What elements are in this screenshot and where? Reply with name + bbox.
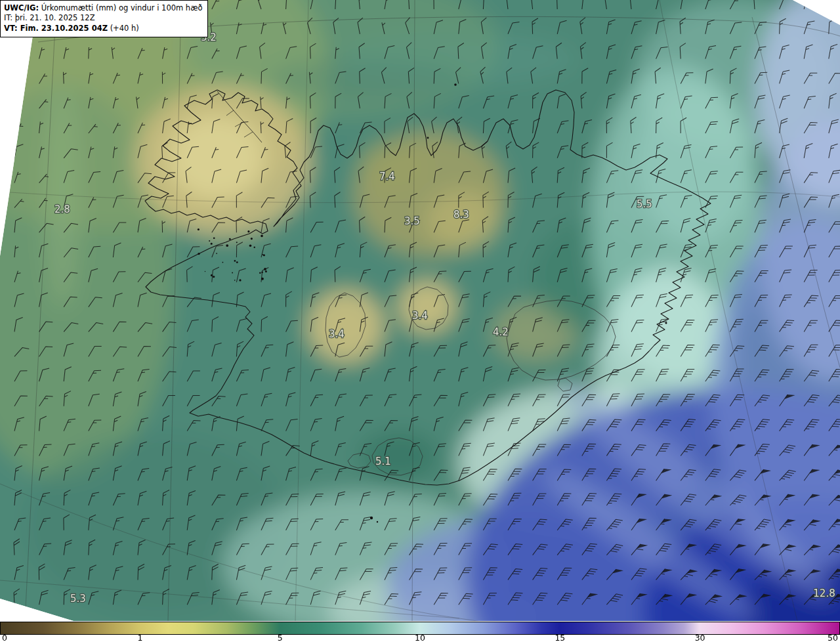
island-dot	[234, 280, 236, 281]
colorbar-tick-label: 15	[555, 634, 565, 642]
island-dot	[234, 260, 236, 262]
map-title-box: UWC/IG: Úrkomumætti (mm) og vindur i 100…	[0, 0, 208, 37]
precip-value-label: 5.1	[375, 456, 391, 467]
island-dot	[261, 235, 263, 238]
island-dot	[198, 253, 200, 255]
island-dot	[213, 276, 215, 278]
island-dot	[229, 238, 231, 240]
island-dot	[263, 254, 265, 256]
colorbar-tick-label: 10	[415, 634, 425, 642]
precip-value-label: 12.8	[813, 588, 835, 599]
island-dot	[226, 244, 228, 247]
colorbar: 01510153050	[0, 621, 840, 642]
valid-time-offset: (+40 h)	[110, 24, 139, 33]
island-dot	[249, 244, 252, 247]
product-description: Úrkomumætti (mm) og vindur i 100m hæð	[41, 3, 203, 12]
island-dot	[216, 253, 217, 254]
island-dot	[236, 261, 238, 263]
precip-value-label: 7.4	[379, 171, 395, 182]
title-line-valid-time: VT: Fim. 23.10.2025 04Z (+40 h)	[4, 24, 203, 33]
title-line-product: UWC/IG: Úrkomumætti (mm) og vindur i 100…	[4, 3, 203, 13]
colorbar-tick-label: 0	[2, 634, 7, 642]
precip-value-label: 8.3	[453, 209, 469, 221]
island-dot	[254, 247, 255, 248]
valid-time: VT: Fim. 23.10.2025 04Z	[4, 24, 108, 33]
island-dot	[262, 254, 264, 255]
island-dot	[198, 228, 200, 230]
island-dot	[259, 272, 261, 274]
precip-value-label: 3.4	[329, 328, 345, 340]
colorbar-tick-label: 5	[278, 634, 283, 642]
forecast-map: 3.22.87.43.58.35.53.43.44.25.15.312.8 UW…	[0, 0, 840, 621]
colorbar-tick-label: 1	[137, 634, 142, 642]
island-dot	[211, 243, 213, 245]
precip-value-label: 4.2	[493, 326, 509, 338]
island-dot	[247, 230, 249, 232]
island-dot	[232, 272, 233, 274]
precip-value-label: 3.4	[412, 310, 428, 322]
island-dot	[427, 137, 429, 139]
island-dot	[209, 240, 210, 242]
island-dot	[236, 242, 238, 243]
island-dot	[205, 271, 205, 272]
colorbar-tick-label: 30	[695, 634, 705, 642]
island-dot	[377, 521, 378, 523]
island-dot	[251, 238, 253, 240]
colorbar-ticks: 01510153050	[0, 634, 840, 642]
map-canvas: 3.22.87.43.58.35.53.43.44.25.15.312.8	[0, 0, 840, 621]
colorbar-tick-label: 50	[828, 634, 838, 642]
island-dot	[222, 262, 224, 263]
precip-value-label: 3.5	[404, 215, 420, 227]
precip-value-label: 2.8	[54, 203, 70, 215]
island-dot	[454, 83, 457, 86]
island-dot	[665, 322, 667, 324]
precip-value-label: 5.5	[637, 198, 652, 210]
title-line-init-time: IT: þri. 21. 10. 2025 12Z	[4, 13, 203, 23]
product-label: UWC/IG:	[4, 3, 39, 12]
island-dot	[265, 270, 267, 272]
island-dot	[213, 238, 215, 240]
precip-value-label: 5.3	[70, 593, 86, 605]
island-dot	[239, 279, 241, 281]
weather-forecast-page: 3.22.87.43.58.35.53.43.44.25.15.312.8 UW…	[0, 0, 840, 642]
